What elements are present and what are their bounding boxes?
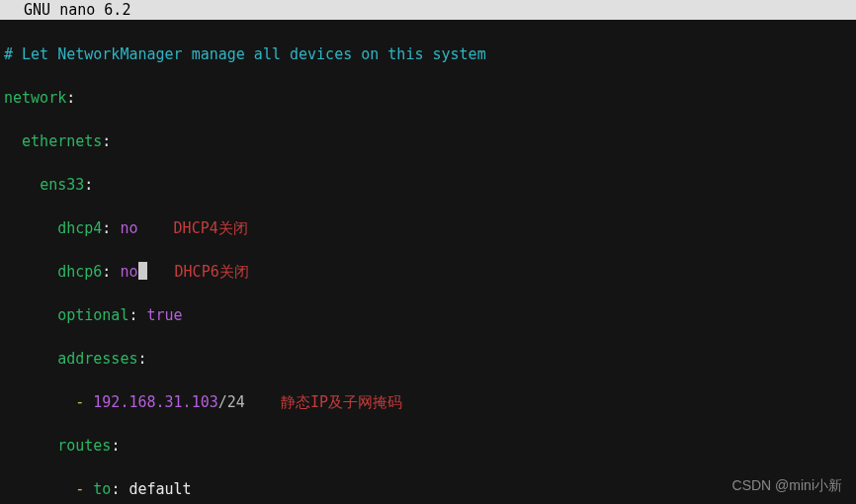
val-default: default	[128, 480, 191, 498]
note-static-ip: 静态IP及子网掩码	[281, 393, 402, 411]
editor-area[interactable]: # Let NetworkManager manage all devices …	[0, 20, 856, 504]
yaml-line: ethernets:	[4, 130, 852, 152]
yaml-line: dhcp4: no DHCP4关闭	[4, 217, 852, 239]
yaml-line: addresses:	[4, 348, 852, 370]
key-dhcp4: dhcp4	[57, 219, 102, 237]
colon: :	[111, 437, 120, 455]
key-addresses: addresses	[57, 350, 137, 368]
colon: :	[102, 263, 111, 281]
dash: -	[75, 393, 84, 411]
yaml-line: - 192.168.31.103/24 静态IP及子网掩码	[4, 391, 852, 413]
yaml-comment: # Let NetworkManager manage all devices …	[4, 45, 486, 63]
key-ethernets: ethernets	[22, 132, 102, 150]
dash: -	[75, 480, 84, 498]
yaml-line: optional: true	[4, 304, 852, 326]
key-to: to	[93, 480, 111, 498]
yaml-line: - to: default	[4, 478, 852, 500]
yaml-line: ens33:	[4, 174, 852, 196]
colon: :	[66, 89, 75, 107]
key-optional: optional	[57, 306, 128, 324]
note-dhcp6: DHCP6关闭	[175, 263, 249, 281]
colon: :	[137, 350, 146, 368]
cursor	[138, 262, 147, 280]
val-dhcp6: no	[120, 263, 137, 281]
comment-line: # Let NetworkManager manage all devices …	[4, 43, 852, 65]
colon: :	[84, 176, 93, 194]
watermark: CSDN @mini小新	[732, 474, 842, 496]
key-dhcp6: dhcp6	[57, 263, 102, 281]
key-network: network	[4, 89, 66, 107]
key-routes: routes	[57, 437, 111, 455]
val-mask: /24	[218, 393, 245, 411]
note-dhcp4: DHCP4关闭	[174, 219, 248, 237]
val-ip: 192.168.31.103	[93, 393, 217, 411]
nano-titlebar: GNU nano 6.2	[0, 0, 856, 20]
colon: :	[128, 306, 137, 324]
colon: :	[111, 480, 120, 498]
yaml-line: routes:	[4, 435, 852, 457]
val-optional: true	[147, 306, 183, 324]
yaml-line: dhcp6: no DHCP6关闭	[4, 261, 852, 283]
key-ens33: ens33	[40, 176, 84, 194]
val-dhcp4: no	[120, 219, 137, 237]
colon: :	[102, 219, 111, 237]
colon: :	[102, 132, 111, 150]
yaml-line: network:	[4, 87, 852, 109]
